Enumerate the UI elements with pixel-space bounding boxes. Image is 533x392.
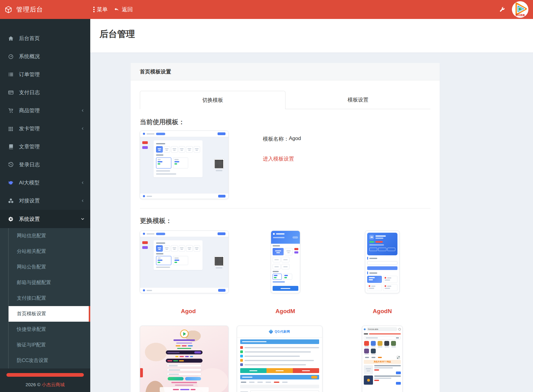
chevron-left-icon bbox=[81, 127, 85, 131]
chevron-down-icon bbox=[80, 217, 85, 221]
sidebar-item-card-issuing[interactable]: 发卡管理 bbox=[0, 120, 90, 138]
sidebar-item-payment-log[interactable]: 支付日志 bbox=[0, 83, 90, 102]
mock-mobile-body bbox=[271, 244, 300, 285]
mock-qg-header: QG代刷网 bbox=[237, 326, 322, 338]
sidebar-item-home[interactable]: 后台首页 bbox=[0, 29, 90, 47]
sidebar-item-login-log[interactable]: 登录日志 bbox=[0, 156, 90, 174]
template-label-agodm: AgodM bbox=[237, 293, 334, 326]
current-template-info: 模板名称： Agod 进入模板设置 bbox=[263, 131, 301, 199]
menu-label: 菜单 bbox=[97, 6, 108, 13]
mock-shop-card bbox=[367, 233, 397, 255]
brand-title: 管理后台 bbox=[16, 5, 43, 14]
template-thumbnail-foxcoa[interactable]: foxcoa.asia bbox=[362, 326, 403, 392]
grid-icon bbox=[7, 126, 14, 131]
submenu-label: 分站相关配置 bbox=[17, 248, 46, 255]
sidebar-item-orders[interactable]: 订单管理 bbox=[0, 65, 90, 83]
template-thumbnail-agodn[interactable] bbox=[365, 231, 400, 293]
chevron-left-icon bbox=[81, 181, 85, 185]
cart-icon bbox=[7, 108, 14, 113]
submenu-home-template[interactable]: 首页模板设置 bbox=[9, 306, 90, 322]
sidebar-item-label: 商品管理 bbox=[19, 107, 40, 114]
system-settings-submenu: 网站信息配置 分站相关配置 网站公告配置 邮箱与提醒配置 支付接口配置 首页模板… bbox=[0, 228, 90, 368]
template-thumbnail-qg[interactable]: QG代刷网 bbox=[237, 326, 322, 392]
submenu-quick-login[interactable]: 快捷登录配置 bbox=[0, 322, 90, 337]
tab-template-settings[interactable]: 模板设置 bbox=[285, 91, 430, 109]
cart-icon bbox=[369, 235, 374, 239]
sidebar-item-overview[interactable]: 系统概况 bbox=[0, 47, 90, 65]
diamond-logo-icon bbox=[268, 329, 273, 334]
whale-icon bbox=[7, 179, 14, 186]
section-divider bbox=[140, 208, 430, 209]
menu-dots-icon bbox=[93, 7, 95, 13]
user-avatar[interactable]: 腾讯视频 bbox=[512, 1, 528, 18]
page-title: 后台管理 bbox=[99, 28, 533, 40]
template-cell-qg: QG代刷网 bbox=[237, 326, 334, 392]
mock-side-tag bbox=[140, 368, 143, 377]
sidebar-item-ai-model[interactable]: AI大模型 bbox=[0, 174, 90, 192]
sidebar-item-label: 发卡管理 bbox=[19, 125, 40, 132]
play-logo-icon bbox=[180, 330, 188, 338]
sidebar-item-label: 文章管理 bbox=[19, 143, 40, 150]
chevron-left-icon bbox=[81, 199, 85, 203]
back-label: 返回 bbox=[122, 6, 133, 13]
content-area: 首页模板设置 切换模板 模板设置 当前使用模板： bbox=[90, 53, 533, 392]
submenu-label: 网站信息配置 bbox=[17, 233, 46, 239]
topbar: 管理后台 菜单 返回 腾讯视频 bbox=[0, 0, 533, 19]
current-template-thumbnail[interactable] bbox=[140, 131, 229, 199]
sidebar-item-label: 系统设置 bbox=[19, 216, 40, 223]
dashboard-icon bbox=[7, 54, 14, 59]
gear-icon bbox=[7, 216, 14, 222]
submenu-label: 邮箱与提醒配置 bbox=[17, 279, 51, 286]
submenu-substation[interactable]: 分站相关配置 bbox=[0, 244, 90, 259]
template-name-line: 模板名称： Agod bbox=[263, 135, 301, 142]
sidebar-item-articles[interactable]: 文章管理 bbox=[0, 138, 90, 156]
cubes-icon bbox=[7, 198, 14, 204]
template-label-agod: Agod bbox=[140, 293, 237, 326]
template-thumbnail-anime[interactable] bbox=[140, 326, 229, 392]
sidebar-item-label: AI大模型 bbox=[19, 179, 39, 186]
current-template-heading: 当前使用模板： bbox=[140, 118, 430, 126]
template-cell-agodm bbox=[237, 231, 334, 293]
credit-card-icon bbox=[7, 90, 14, 95]
back-button[interactable]: 返回 bbox=[111, 0, 136, 19]
footer-progress-bar bbox=[6, 373, 84, 377]
submenu-anti-cc[interactable]: 防CC攻击设置 bbox=[0, 353, 90, 368]
reload-icon bbox=[398, 328, 401, 331]
book-icon bbox=[7, 144, 14, 150]
sidebar-item-products[interactable]: 商品管理 bbox=[0, 102, 90, 120]
sidebar-item-system-settings[interactable]: 系统设置 bbox=[0, 210, 90, 228]
template-cell-agodn bbox=[334, 231, 431, 293]
submenu-announcement[interactable]: 网站公告配置 bbox=[0, 259, 90, 275]
sidebar-toggle-button[interactable]: 菜单 bbox=[90, 0, 111, 19]
copyright-brand-link[interactable]: 小杰云商城 bbox=[42, 382, 65, 387]
sidebar: 后台首页 系统概况 订单管理 支付日志 商品管理 bbox=[0, 19, 90, 392]
submenu-verify-ip[interactable]: 验证与IP配置 bbox=[0, 337, 90, 353]
panel-title: 首页模板设置 bbox=[131, 63, 440, 80]
panel-body: 切换模板 模板设置 当前使用模板： bbox=[131, 80, 440, 392]
page-header: 后台管理 bbox=[90, 19, 533, 53]
mock-qr-code bbox=[212, 159, 226, 171]
template-thumbnail-agod[interactable] bbox=[140, 231, 229, 293]
submenu-site-info[interactable]: 网站信息配置 bbox=[0, 228, 90, 244]
submenu-email-remind[interactable]: 邮箱与提醒配置 bbox=[0, 275, 90, 290]
cube-logo-icon bbox=[4, 6, 13, 14]
mock-site-header bbox=[140, 131, 228, 137]
settings-wrench-button[interactable] bbox=[499, 6, 505, 13]
mock-site-footer bbox=[140, 193, 228, 199]
submenu-payment-api[interactable]: 支付接口配置 bbox=[0, 290, 90, 306]
template-settings-panel: 首页模板设置 切换模板 模板设置 当前使用模板： bbox=[131, 63, 440, 392]
qg-logo-text: QG代刷网 bbox=[275, 330, 290, 334]
tab-switch-template[interactable]: 切换模板 bbox=[140, 91, 285, 109]
url-text: foxcoa.asia bbox=[367, 327, 397, 331]
app-logo[interactable]: 管理后台 bbox=[0, 5, 90, 14]
enter-template-settings-link[interactable]: 进入模板设置 bbox=[263, 155, 301, 162]
history-icon bbox=[7, 162, 14, 168]
submenu-label: 支付接口配置 bbox=[17, 295, 46, 301]
sidebar-item-integration[interactable]: 对接设置 bbox=[0, 192, 90, 210]
copyright-year: 2026 © bbox=[26, 382, 41, 387]
template-thumbnail-agodm[interactable] bbox=[271, 231, 300, 293]
mock-mobile-header bbox=[271, 231, 300, 244]
list-icon bbox=[7, 72, 14, 77]
template-name-value: Agod bbox=[289, 135, 301, 142]
avatar-caption: 腾讯视频 bbox=[512, 14, 528, 17]
